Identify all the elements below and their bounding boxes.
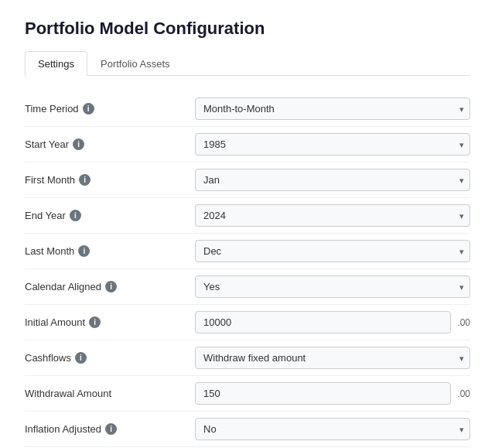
select-start-year[interactable]: 198519861987198819891990 <box>195 133 470 156</box>
select-time-period[interactable]: Month-to-MonthAnnualQuarterly <box>195 97 470 120</box>
select-first-month[interactable]: JanFebMarAprMayJunJulAugSepOctNovDec <box>195 169 470 191</box>
label-text-inflation-adjusted: Inflation Adjusted <box>25 423 101 435</box>
select-wrapper-start-year: 198519861987198819891990▾ <box>195 133 470 156</box>
form-row-initial-amount: Initial Amounti.00 <box>25 305 470 340</box>
input-col-last-month: JanFebMarAprMayJunJulAugSepOctNovDec▾ <box>195 240 470 262</box>
info-icon-first-month[interactable]: i <box>79 174 90 186</box>
input-col-start-year: 198519861987198819891990▾ <box>195 133 470 156</box>
form-rows: Time PeriodiMonth-to-MonthAnnualQuarterl… <box>25 91 470 448</box>
form-row-calendar-aligned: Calendar AlignediYesNo▾ <box>25 269 470 305</box>
form-row-first-month: First MonthiJanFebMarAprMayJunJulAugSepO… <box>25 162 470 198</box>
form-row-inflation-adjusted: Inflation AdjustediNoYes▾ <box>25 412 470 447</box>
text-input-withdrawal-amount[interactable] <box>195 382 451 405</box>
input-col-inflation-adjusted: NoYes▾ <box>195 418 470 440</box>
form-row-last-month: Last MonthiJanFebMarAprMayJunJulAugSepOc… <box>25 234 470 269</box>
label-end-year: End Yeari <box>25 210 195 221</box>
select-end-year[interactable]: 20242023202220212020 <box>195 204 470 227</box>
select-wrapper-first-month: JanFebMarAprMayJunJulAugSepOctNovDec▾ <box>195 169 470 191</box>
info-icon-initial-amount[interactable]: i <box>89 316 101 328</box>
input-col-first-month: JanFebMarAprMayJunJulAugSepOctNovDec▾ <box>195 169 470 191</box>
label-inflation-adjusted: Inflation Adjustedi <box>25 423 195 435</box>
label-last-month: Last Monthi <box>25 245 195 257</box>
label-withdrawal-amount: Withdrawal Amount <box>25 388 195 399</box>
tab-settings[interactable]: Settings <box>25 51 87 76</box>
label-text-start-year: Start Year <box>25 139 69 150</box>
decimal-suffix-withdrawal-amount: .00 <box>457 388 470 399</box>
input-col-initial-amount: .00 <box>195 311 470 333</box>
form-row-cashflows: CashflowsiWithdraw fixed amountContribut… <box>25 340 470 376</box>
input-col-cashflows: Withdraw fixed amountContribute fixed am… <box>195 347 470 369</box>
info-icon-cashflows[interactable]: i <box>75 352 87 364</box>
form-row-end-year: End Yeari20242023202220212020▾ <box>25 198 470 234</box>
input-col-withdrawal-amount: .00 <box>195 382 470 405</box>
input-col-time-period: Month-to-MonthAnnualQuarterly▾ <box>195 97 470 120</box>
form-row-start-year: Start Yeari198519861987198819891990▾ <box>25 127 470 162</box>
info-icon-time-period[interactable]: i <box>83 103 94 115</box>
label-calendar-aligned: Calendar Alignedi <box>25 281 195 292</box>
label-start-year: Start Yeari <box>25 139 195 150</box>
info-icon-inflation-adjusted[interactable]: i <box>105 423 117 435</box>
select-cashflows[interactable]: Withdraw fixed amountContribute fixed am… <box>195 347 470 369</box>
select-wrapper-last-month: JanFebMarAprMayJunJulAugSepOctNovDec▾ <box>195 240 470 262</box>
decimal-suffix-initial-amount: .00 <box>457 317 470 328</box>
label-text-end-year: End Year <box>25 210 66 221</box>
select-wrapper-end-year: 20242023202220212020▾ <box>195 204 470 227</box>
label-initial-amount: Initial Amounti <box>25 316 195 328</box>
info-icon-start-year[interactable]: i <box>73 139 84 150</box>
label-cashflows: Cashflowsi <box>25 352 195 364</box>
select-calendar-aligned[interactable]: YesNo <box>195 275 470 298</box>
label-text-first-month: First Month <box>25 174 75 186</box>
label-text-last-month: Last Month <box>25 245 74 257</box>
text-input-initial-amount[interactable] <box>195 311 451 333</box>
select-inflation-adjusted[interactable]: NoYes <box>195 418 470 440</box>
label-first-month: First Monthi <box>25 174 195 186</box>
page-title: Portfolio Model Configuration <box>25 19 470 39</box>
label-text-calendar-aligned: Calendar Aligned <box>25 281 101 292</box>
info-icon-end-year[interactable]: i <box>70 210 81 221</box>
tabs-bar: Settings Portfolio Assets <box>25 51 470 76</box>
form-row-time-period: Time PeriodiMonth-to-MonthAnnualQuarterl… <box>25 91 470 127</box>
select-wrapper-inflation-adjusted: NoYes▾ <box>195 418 470 440</box>
select-wrapper-calendar-aligned: YesNo▾ <box>195 275 470 298</box>
select-last-month[interactable]: JanFebMarAprMayJunJulAugSepOctNovDec <box>195 240 470 262</box>
select-wrapper-cashflows: Withdraw fixed amountContribute fixed am… <box>195 347 470 369</box>
label-text-time-period: Time Period <box>25 103 79 115</box>
page-container: Portfolio Model Configuration Settings P… <box>0 0 495 448</box>
form-row-withdrawal-amount: Withdrawal Amount.00 <box>25 376 470 412</box>
tab-portfolio-assets[interactable]: Portfolio Assets <box>87 51 183 76</box>
label-text-withdrawal-amount: Withdrawal Amount <box>25 388 111 399</box>
input-col-end-year: 20242023202220212020▾ <box>195 204 470 227</box>
info-icon-calendar-aligned[interactable]: i <box>105 281 117 292</box>
info-icon-last-month[interactable]: i <box>78 245 90 257</box>
label-text-initial-amount: Initial Amount <box>25 316 85 328</box>
select-wrapper-time-period: Month-to-MonthAnnualQuarterly▾ <box>195 97 470 120</box>
label-text-cashflows: Cashflows <box>25 352 71 364</box>
label-time-period: Time Periodi <box>25 103 195 115</box>
input-col-calendar-aligned: YesNo▾ <box>195 275 470 298</box>
